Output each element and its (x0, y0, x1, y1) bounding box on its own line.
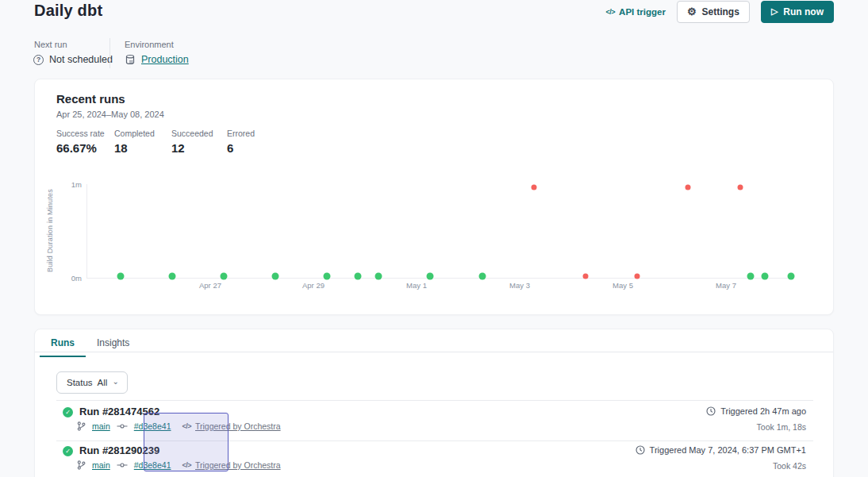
recent-runs-stats: Success rate 66.67% Completed 18 Succeed… (56, 129, 255, 155)
succeeded-run-dot[interactable] (117, 272, 124, 279)
errored-run-dot[interactable] (685, 184, 690, 190)
success-check-icon: ✓ (63, 407, 73, 417)
trigger-badge: </> Triggered by Orchestra (182, 421, 280, 431)
x-tick-label: May 5 (613, 281, 633, 290)
environment-link[interactable]: Production (141, 54, 189, 65)
question-circle-icon: ? (33, 55, 44, 65)
run-meta: Triggered May 7, 2024, 6:37 PM GMT+1 Too… (636, 445, 806, 471)
chevron-down-icon: ⌄ (112, 379, 118, 384)
trigger-link[interactable]: Triggered by Orchestra (195, 421, 281, 431)
x-tick-label: May 7 (716, 281, 736, 290)
settings-label: Settings (702, 6, 739, 17)
recent-runs-date-range: Apr 25, 2024–May 08, 2024 (56, 110, 164, 119)
commit-icon (117, 423, 128, 429)
triggered-text: Triggered May 7, 2024, 6:37 PM GMT+1 (650, 445, 806, 455)
stat-success-rate: Success rate 66.67% (56, 129, 114, 155)
success-check-icon: ✓ (63, 446, 73, 456)
errored-run-dot[interactable] (532, 184, 537, 190)
status-filter-label: Status (67, 378, 93, 387)
code-icon: </> (182, 422, 191, 430)
succeeded-run-dot[interactable] (323, 272, 330, 279)
x-tick-label: May 3 (509, 281, 530, 290)
triggered-line: Triggered May 7, 2024, 6:37 PM GMT+1 (636, 445, 806, 455)
clock-icon (636, 445, 645, 455)
git-branch-icon (77, 421, 86, 431)
stat-label: Succeeded (171, 129, 227, 138)
x-tick-label: Apr 27 (199, 281, 221, 290)
succeeded-run-dot[interactable] (747, 272, 755, 279)
stat-completed: Completed 18 (114, 129, 171, 155)
run-row-2[interactable]: ✓ Run #281290239 main #d3e8e41 </> Trigg… (56, 445, 813, 477)
run-meta: Triggered 2h 47m ago Took 1m, 18s (706, 406, 806, 432)
next-run-text: Not scheduled (49, 54, 113, 65)
succeeded-run-dot[interactable] (354, 272, 361, 279)
clock-icon (706, 406, 716, 416)
succeeded-run-dot[interactable] (426, 272, 433, 279)
run-title: Run #281474562 (79, 406, 159, 417)
succeeded-run-dot[interactable] (479, 272, 486, 279)
api-trigger-label: API trigger (619, 7, 666, 17)
commit-icon (117, 462, 128, 468)
succeeded-run-dot[interactable] (374, 272, 382, 279)
y-tick-1m: 1m (71, 180, 82, 189)
stat-value: 12 (171, 141, 227, 155)
settings-button[interactable]: ⚙ Settings (677, 1, 750, 23)
header-actions: </> API trigger ⚙ Settings ▷ Run now (606, 0, 834, 23)
took-text: Took 42s (636, 461, 806, 471)
stat-value: 6 (227, 141, 255, 155)
run-sub-line: main #d3e8e41 </> Triggered by Orchestra (77, 421, 281, 431)
trigger-link[interactable]: Triggered by Orchestra (195, 460, 281, 470)
y-axis-line (86, 184, 87, 279)
environment-label: Environment (125, 40, 174, 49)
commit-link[interactable]: #d3e8e41 (134, 460, 171, 470)
tab-divider (35, 352, 833, 352)
api-trigger-link[interactable]: </> API trigger (606, 7, 666, 17)
run-title: Run #281290239 (79, 444, 159, 456)
run-now-button[interactable]: ▷ Run now (761, 1, 834, 23)
run-row-1[interactable]: ✓ Run #281474562 main #d3e8e41 </> Trigg… (56, 406, 813, 440)
code-icon: </> (182, 461, 191, 469)
y-tick-0m: 0m (71, 274, 82, 283)
list-divider (56, 400, 813, 401)
next-run-label: Next run (34, 40, 67, 49)
succeeded-run-dot[interactable] (220, 272, 227, 279)
succeeded-run-dot[interactable] (271, 272, 278, 279)
x-axis-line (86, 278, 794, 279)
x-tick-label: Apr 29 (302, 281, 325, 290)
code-icon: </> (606, 8, 616, 16)
y-axis-label: Build Duration in Minutes (46, 184, 54, 278)
tab-runs[interactable]: Runs (40, 336, 86, 357)
triggered-text: Triggered 2h 47m ago (720, 406, 806, 416)
status-filter-value: All (98, 378, 108, 387)
stat-value: 18 (114, 141, 171, 155)
triggered-line: Triggered 2h 47m ago (706, 406, 806, 416)
commit-link[interactable]: #d3e8e41 (134, 421, 171, 431)
play-icon: ▷ (771, 7, 778, 16)
stat-label: Errored (227, 129, 255, 138)
runs-card: Runs Insights Status All ⌄ ✓ Run #281474… (34, 329, 834, 477)
trigger-badge: </> Triggered by Orchestra (182, 460, 280, 470)
errored-run-dot[interactable] (738, 184, 743, 190)
errored-run-dot[interactable] (583, 273, 589, 279)
stat-succeeded: Succeeded 12 (171, 129, 227, 155)
git-branch-icon (77, 460, 86, 470)
tab-bar: Runs Insights (40, 336, 140, 357)
stat-value: 66.67% (56, 141, 114, 155)
duration-chart-plot: 1m 0m Apr 27Apr 29May 1May 3May 5May 7 (86, 184, 812, 278)
tab-insights[interactable]: Insights (86, 336, 140, 357)
branch-link[interactable]: main (92, 460, 110, 470)
environment-value: Production (125, 54, 189, 65)
status-filter-dropdown[interactable]: Status All ⌄ (56, 371, 128, 394)
gear-icon: ⚙ (687, 6, 697, 17)
succeeded-run-dot[interactable] (787, 272, 794, 279)
recent-runs-title: Recent runs (56, 92, 125, 106)
list-divider (56, 440, 813, 441)
branch-link[interactable]: main (92, 421, 110, 431)
errored-run-dot[interactable] (635, 273, 640, 279)
succeeded-run-dot[interactable] (168, 272, 175, 279)
next-run-value: ? Not scheduled (33, 54, 113, 65)
page-title: Daily dbt (34, 2, 102, 20)
succeeded-run-dot[interactable] (761, 272, 768, 279)
stat-label: Completed (114, 129, 171, 138)
stat-label: Success rate (56, 129, 114, 138)
